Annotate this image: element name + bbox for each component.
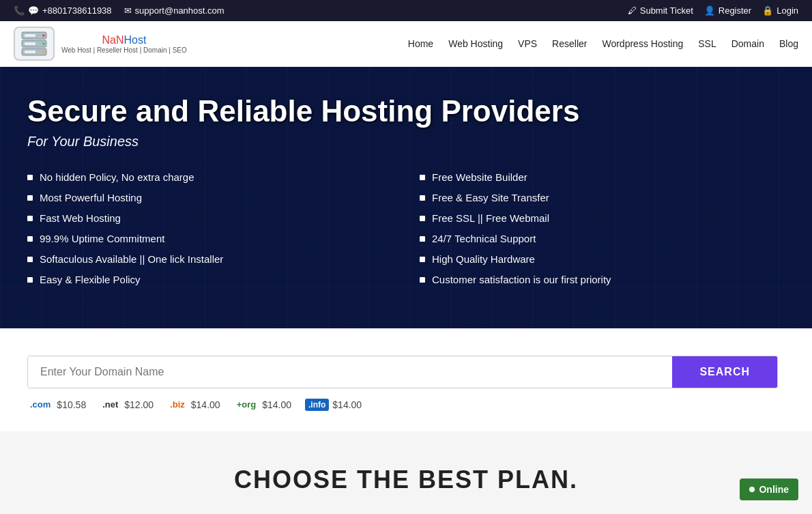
feature-text: High Quality Hardware	[432, 253, 535, 265]
submit-ticket-link[interactable]: 🖊 Submit Ticket	[628, 5, 693, 16]
feature-text: Most Powerful Hosting	[40, 192, 142, 203]
hero-left-col: No hidden Policy, No extra charge Most P…	[27, 171, 392, 294]
list-item: Fast Web Hosting	[27, 212, 392, 224]
ticket-label: Submit Ticket	[640, 5, 693, 16]
feature-text: Softaculous Available || One lick Instal…	[40, 253, 223, 265]
svg-point-3	[42, 42, 45, 45]
tld-org-price: $14.00	[262, 399, 291, 410]
hero-left-list: No hidden Policy, No extra charge Most P…	[27, 171, 392, 285]
feature-text: Free Website Builder	[432, 171, 527, 183]
site-header: NaNHost Web Host | Reseller Host | Domai…	[0, 21, 812, 67]
list-item: Easy & Flexible Policy	[27, 274, 392, 285]
bullet-icon	[420, 175, 425, 180]
logo-tagline: Web Host | Reseller Host | Domain | SEO	[61, 46, 187, 54]
nav-reseller[interactable]: Reseller	[552, 38, 587, 49]
nav-home[interactable]: Home	[408, 38, 433, 49]
svg-rect-8	[25, 51, 35, 53]
email-address: support@nanhost.com	[135, 5, 224, 16]
best-plan-title: CHOOSE THE BEST PLAN.	[234, 466, 578, 494]
email-link[interactable]: ✉ support@nanhost.com	[124, 5, 224, 16]
svg-rect-7	[25, 42, 35, 45]
phone-link[interactable]: 📞 💬 +8801738611938	[14, 5, 112, 16]
domain-search-row: SEARCH	[27, 356, 778, 388]
hero-subtitle: For Your Business	[27, 134, 785, 149]
logo-text: NaNHost Web Host | Reseller Host | Domai…	[61, 34, 187, 54]
hero-right-list: Free Website Builder Free & Easy Site Tr…	[420, 171, 785, 285]
domain-search-button[interactable]: SEARCH	[672, 356, 777, 388]
feature-text: Free SSL || Free Webmail	[432, 212, 549, 224]
phone-number: +8801738611938	[42, 5, 112, 16]
tld-list: .com $10.58 .net $12.00 .biz $14.00 +org…	[27, 398, 785, 411]
tld-info: .info $14.00	[305, 399, 362, 411]
nav-ssl[interactable]: SSL	[698, 38, 716, 49]
main-nav: Home Web Hosting VPS Reseller Wordpress …	[408, 38, 798, 49]
logo-area: NaNHost Web Host | Reseller Host | Domai…	[14, 27, 187, 61]
feature-text: Fast Web Hosting	[40, 212, 121, 224]
feature-text: Free & Easy Site Transfer	[432, 192, 549, 203]
hero-section: Secure and Reliable Hosting Providers Fo…	[0, 67, 812, 328]
list-item: 99.9% Uptime Commitment	[27, 233, 392, 244]
online-dot-icon	[749, 487, 755, 492]
top-bar-right: 🖊 Submit Ticket 👤 Register 🔒 Login	[628, 5, 798, 16]
bullet-icon	[420, 257, 425, 262]
bullet-icon	[27, 175, 33, 180]
tld-net-badge: .net	[100, 398, 121, 411]
bullet-icon	[420, 195, 425, 201]
logo-icon	[14, 27, 55, 61]
bullet-icon	[27, 216, 33, 221]
bullet-icon	[27, 195, 33, 201]
domain-search-input[interactable]	[28, 356, 672, 388]
tld-com-price: $10.58	[57, 399, 86, 410]
nav-domain[interactable]: Domain	[731, 38, 764, 49]
hero-right-col: Free Website Builder Free & Easy Site Tr…	[420, 171, 785, 294]
email-icon: ✉	[124, 5, 132, 16]
list-item: Most Powerful Hosting	[27, 192, 392, 203]
bullet-icon	[420, 216, 425, 221]
feature-text: Customer satisfaction is our first prior…	[432, 274, 611, 285]
hero-title: Secure and Reliable Hosting Providers	[27, 94, 785, 128]
top-bar-left: 📞 💬 +8801738611938 ✉ support@nanhost.com	[14, 5, 224, 16]
tld-com: .com $10.58	[27, 398, 86, 411]
list-item: Customer satisfaction is our first prior…	[420, 274, 785, 285]
feature-text: 99.9% Uptime Commitment	[40, 233, 164, 244]
hero-features: No hidden Policy, No extra charge Most P…	[27, 171, 785, 294]
whatsapp-icon: 💬	[28, 5, 39, 16]
tld-org: +org $14.00	[234, 398, 291, 411]
bullet-icon	[420, 236, 425, 242]
login-link[interactable]: 🔒 Login	[762, 5, 798, 16]
svg-point-1	[42, 34, 45, 37]
online-label: Online	[759, 484, 789, 495]
list-item: Free SSL || Free Webmail	[420, 212, 785, 224]
lock-icon: 🔒	[762, 5, 773, 16]
online-badge[interactable]: Online	[740, 479, 798, 500]
register-icon: 👤	[704, 5, 715, 16]
nav-blog[interactable]: Blog	[779, 38, 798, 49]
tld-info-badge: .info	[305, 399, 329, 411]
list-item: Free Website Builder	[420, 171, 785, 183]
logo-nan: NaN	[102, 34, 124, 46]
top-bar: 📞 💬 +8801738611938 ✉ support@nanhost.com…	[0, 0, 812, 21]
nav-vps[interactable]: VPS	[518, 38, 537, 49]
nav-web-hosting[interactable]: Web Hosting	[448, 38, 503, 49]
svg-point-5	[42, 51, 45, 53]
tld-net: .net $12.00	[100, 398, 154, 411]
feature-text: 24/7 Technical Support	[432, 233, 536, 244]
register-label: Register	[719, 5, 751, 16]
domain-search-section: SEARCH .com $10.58 .net $12.00 .biz $14.…	[0, 328, 812, 431]
feature-text: No hidden Policy, No extra charge	[40, 171, 194, 183]
register-link[interactable]: 👤 Register	[704, 5, 751, 16]
nav-wordpress-hosting[interactable]: Wordpress Hosting	[602, 38, 683, 49]
list-item: Free & Easy Site Transfer	[420, 192, 785, 203]
phone-icon: 📞	[14, 5, 25, 16]
tld-biz: .biz $14.00	[167, 398, 220, 411]
login-label: Login	[777, 5, 798, 16]
logo-host: Host	[124, 34, 146, 46]
tld-biz-price: $14.00	[191, 399, 220, 410]
bullet-icon	[27, 236, 33, 242]
list-item: Softaculous Available || One lick Instal…	[27, 253, 392, 265]
bullet-icon	[420, 277, 425, 283]
bullet-icon	[27, 277, 33, 283]
svg-rect-6	[25, 34, 35, 37]
server-icon	[19, 31, 49, 57]
ticket-icon: 🖊	[628, 5, 637, 16]
